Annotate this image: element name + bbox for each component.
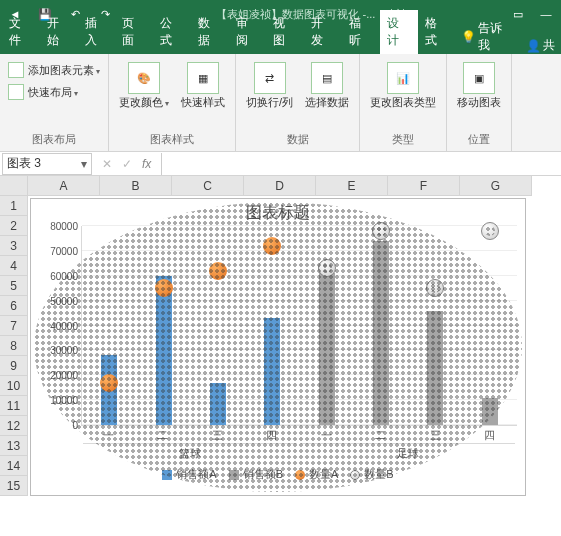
- switch-row-col-button[interactable]: ⇄切换行/列: [242, 60, 297, 111]
- col-header[interactable]: D: [244, 176, 316, 196]
- marker-soccer-icon[interactable]: [481, 222, 499, 240]
- row-header[interactable]: 4: [0, 256, 28, 276]
- tab-design[interactable]: 设计: [380, 10, 418, 54]
- share-button[interactable]: 👤共: [520, 37, 561, 54]
- move-chart-icon: ▣: [463, 62, 495, 94]
- user-icon: 👤: [526, 39, 541, 53]
- enter-icon[interactable]: ✓: [122, 157, 132, 171]
- ribbon-tabs: 文件 开始 插入 页面 公式 数据 审阅 视图 开发 福昕 设计 格式 💡告诉我…: [0, 28, 561, 54]
- cells-area[interactable]: 图表标题 01000020000300004000050000600007000…: [28, 196, 532, 516]
- row-header[interactable]: 14: [0, 456, 28, 476]
- chevron-down-icon[interactable]: ▾: [81, 157, 87, 171]
- col-header[interactable]: F: [388, 176, 460, 196]
- group-label-pos: 位置: [453, 132, 505, 149]
- group-label-type: 类型: [366, 132, 440, 149]
- tab-file[interactable]: 文件: [2, 10, 40, 54]
- worksheet-grid: A B C D E F G 123456789101112131415 图表标题…: [0, 176, 561, 516]
- legend-marker-soccer-icon: [350, 470, 360, 480]
- quick-layout-icon: [8, 84, 24, 100]
- tab-view[interactable]: 视图: [266, 10, 304, 54]
- minimize-icon[interactable]: —: [535, 3, 557, 25]
- formula-bar: 图表 3▾ ✕ ✓ fx: [0, 152, 561, 176]
- bulb-icon: 💡: [461, 30, 476, 44]
- formula-input[interactable]: [161, 153, 561, 175]
- select-data-button[interactable]: ▤选择数据: [301, 60, 353, 111]
- palette-icon: 🎨: [128, 62, 160, 94]
- tab-foxit[interactable]: 福昕: [342, 10, 380, 54]
- group-chart-layout: 添加图表元素 快速布局 图表布局: [0, 54, 109, 151]
- col-header[interactable]: G: [460, 176, 532, 196]
- y-tick-label: 70000: [50, 245, 82, 256]
- tab-home[interactable]: 开始: [40, 10, 78, 54]
- col-header[interactable]: B: [100, 176, 172, 196]
- row-header[interactable]: 8: [0, 336, 28, 356]
- select-all-corner[interactable]: [0, 176, 28, 196]
- col-header[interactable]: E: [316, 176, 388, 196]
- group-label-data: 数据: [242, 132, 353, 149]
- tab-data[interactable]: 数据: [191, 10, 229, 54]
- row-header[interactable]: 7: [0, 316, 28, 336]
- group-label-style: 图表样式: [115, 132, 229, 149]
- row-header[interactable]: 10: [0, 376, 28, 396]
- tab-dev[interactable]: 开发: [304, 10, 342, 54]
- tab-format[interactable]: 格式: [418, 10, 456, 54]
- group-label-layout: 图表布局: [6, 132, 102, 149]
- chart-type-icon: 📊: [387, 62, 419, 94]
- cancel-icon[interactable]: ✕: [102, 157, 112, 171]
- add-element-icon: [8, 62, 24, 78]
- row-header[interactable]: 5: [0, 276, 28, 296]
- row-header[interactable]: 3: [0, 236, 28, 256]
- row-header[interactable]: 1: [0, 196, 28, 216]
- row-header[interactable]: 12: [0, 416, 28, 436]
- group-chart-style: 🎨更改颜色 ▦快速样式 图表样式: [109, 54, 236, 151]
- add-chart-element-button[interactable]: 添加图表元素: [6, 60, 102, 80]
- tab-formula[interactable]: 公式: [153, 10, 191, 54]
- group-data: ⇄切换行/列 ▤选择数据 数据: [236, 54, 360, 151]
- change-color-button[interactable]: 🎨更改颜色: [115, 60, 173, 112]
- group-position: ▣移动图表 位置: [447, 54, 512, 151]
- style-icon: ▦: [187, 62, 219, 94]
- move-chart-button[interactable]: ▣移动图表: [453, 60, 505, 111]
- row-header[interactable]: 9: [0, 356, 28, 376]
- switch-icon: ⇄: [254, 62, 286, 94]
- chart-legend[interactable]: 销售额A 销售额B 数量A 数量B: [31, 461, 525, 482]
- row-header[interactable]: 13: [0, 436, 28, 456]
- quick-layout-button[interactable]: 快速布局: [6, 82, 80, 102]
- chart-object[interactable]: 图表标题 01000020000300004000050000600007000…: [30, 198, 526, 496]
- col-header[interactable]: C: [172, 176, 244, 196]
- col-header[interactable]: A: [28, 176, 100, 196]
- ribbon: 添加图表元素 快速布局 图表布局 🎨更改颜色 ▦快速样式 图表样式 ⇄切换行/列…: [0, 54, 561, 152]
- change-chart-type-button[interactable]: 📊更改图表类型: [366, 60, 440, 111]
- name-box[interactable]: 图表 3▾: [2, 153, 92, 175]
- row-header[interactable]: 15: [0, 476, 28, 496]
- tab-page[interactable]: 页面: [115, 10, 153, 54]
- select-data-icon: ▤: [311, 62, 343, 94]
- tab-insert[interactable]: 插入: [78, 10, 116, 54]
- group-type: 📊更改图表类型 类型: [360, 54, 447, 151]
- y-tick-label: 80000: [50, 221, 82, 232]
- row-header[interactable]: 6: [0, 296, 28, 316]
- tab-review[interactable]: 审阅: [229, 10, 267, 54]
- fx-icon[interactable]: fx: [142, 157, 151, 171]
- row-header[interactable]: 2: [0, 216, 28, 236]
- tell-me[interactable]: 💡告诉我: [455, 20, 520, 54]
- quick-style-button[interactable]: ▦快速样式: [177, 60, 229, 111]
- row-header[interactable]: 11: [0, 396, 28, 416]
